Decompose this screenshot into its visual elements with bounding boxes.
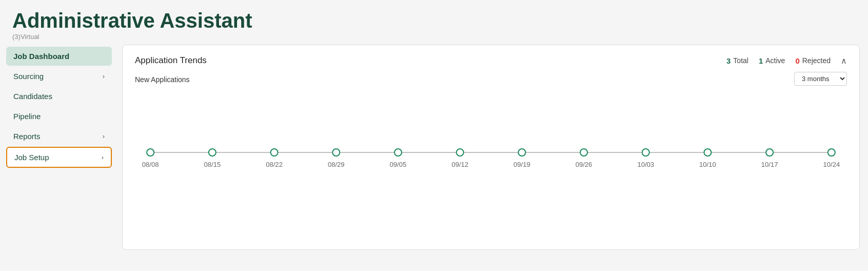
chart-dot [704, 149, 711, 156]
chart-dot [766, 149, 773, 156]
page-title: Administrative Assistant [12, 9, 856, 32]
chart-date-label: 09/12 [451, 161, 468, 168]
active-count: 1 [759, 56, 763, 65]
chart-date-label: 10/24 [823, 161, 840, 168]
chart-controls: 3 months 1 month 6 months 12 months [794, 72, 847, 86]
chart-date-label: 10/03 [637, 161, 654, 168]
page-subtitle: (3)Virtual [12, 33, 856, 41]
chart-dot [147, 149, 154, 156]
chart-date-label: 10/17 [761, 161, 778, 168]
active-label: Active [765, 56, 785, 65]
chart-date-label: 09/19 [514, 161, 530, 168]
chart-dot [332, 149, 340, 156]
chart-dot [457, 149, 464, 156]
chart-dot [394, 149, 402, 156]
total-label: Total [733, 56, 748, 65]
rejected-count: 0 [795, 56, 799, 65]
total-count: 3 [726, 56, 731, 65]
chart-date-label: 08/22 [266, 161, 283, 168]
sidebar-item-reports[interactable]: Reports› [6, 127, 112, 146]
rejected-stat: 0 Rejected [795, 56, 831, 65]
active-stat: 1 Active [759, 56, 785, 65]
sidebar-item-job-setup[interactable]: Job Setup› [6, 147, 112, 168]
chart-dot [828, 149, 835, 156]
chart-dot [642, 149, 649, 156]
chart-dot [209, 149, 216, 156]
trend-chart-svg: 08/0808/1508/2208/2909/0509/1209/1909/26… [135, 96, 847, 199]
chart-date-label: 09/26 [576, 161, 593, 168]
stats-section: 3 Total 1 Active 0 Rejected ∧ [726, 56, 847, 66]
header-section: Administrative Assistant (3)Virtual [0, 0, 868, 45]
sidebar-item-job-dashboard[interactable]: Job Dashboard [6, 47, 112, 66]
months-select[interactable]: 3 months 1 month 6 months 12 months [794, 72, 847, 86]
chart-dot [518, 149, 525, 156]
chevron-right-icon: › [102, 153, 104, 161]
page-wrapper: Administrative Assistant (3)Virtual Job … [0, 0, 868, 271]
card-header: Application Trends 3 Total 1 Active 0 Re [135, 55, 847, 66]
sidebar: Job DashboardSourcing›CandidatesPipeline… [0, 45, 118, 263]
total-stat: 3 Total [726, 56, 748, 65]
sidebar-item-label: Sourcing [13, 72, 44, 81]
sidebar-item-label: Job Dashboard [13, 52, 69, 61]
sidebar-item-pipeline[interactable]: Pipeline [6, 107, 112, 126]
chart-date-label: 08/08 [142, 161, 159, 168]
sidebar-item-label: Candidates [13, 92, 52, 101]
main-content: Application Trends 3 Total 1 Active 0 Re [118, 45, 868, 263]
chevron-right-icon: › [103, 72, 105, 80]
collapse-icon[interactable]: ∧ [841, 56, 847, 66]
new-applications-label: New Applications [135, 75, 190, 84]
chart-dot [271, 149, 278, 156]
application-trends-card: Application Trends 3 Total 1 Active 0 Re [122, 45, 860, 250]
chart-dot [580, 149, 587, 156]
sidebar-item-label: Job Setup [14, 153, 49, 162]
chart-date-label: 10/10 [699, 161, 716, 168]
sidebar-item-label: Reports [13, 132, 41, 141]
sidebar-item-label: Pipeline [13, 112, 41, 121]
main-layout: Job DashboardSourcing›CandidatesPipeline… [0, 45, 868, 271]
sidebar-item-sourcing[interactable]: Sourcing› [6, 67, 112, 86]
chevron-right-icon: › [103, 132, 105, 140]
sidebar-item-candidates[interactable]: Candidates [6, 87, 112, 106]
chart-date-label: 09/05 [390, 161, 407, 168]
chart-area: 08/0808/1508/2208/2909/0509/1209/1909/26… [135, 96, 847, 199]
card-title: Application Trends [135, 55, 207, 66]
chart-date-label: 08/15 [204, 161, 221, 168]
chart-date-label: 08/29 [328, 161, 345, 168]
rejected-label: Rejected [802, 56, 831, 65]
